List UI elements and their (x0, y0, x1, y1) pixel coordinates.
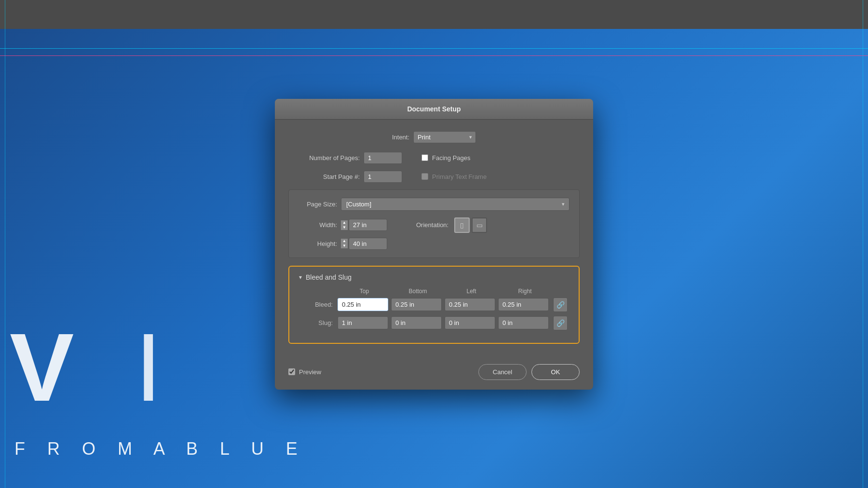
num-pages-row: Number of Pages: Facing Pages (288, 152, 580, 164)
start-page-label: Start Page #: (288, 173, 360, 180)
page-size-select[interactable]: [Custom] Letter A4 Tabloid (341, 198, 570, 211)
bleed-top-input[interactable] (338, 298, 388, 311)
facing-pages-checkbox[interactable] (421, 154, 428, 161)
height-spinner-up[interactable]: ▲ (341, 239, 348, 244)
bleed-chevron-icon[interactable]: ▾ (299, 274, 302, 281)
bleed-col-empty (299, 288, 338, 295)
height-row: Height: ▲ ▼ (298, 238, 570, 250)
bleed-row: Bleed: 🔗 (299, 298, 569, 312)
bleed-link-btn[interactable]: 🔗 (553, 298, 568, 312)
bleed-bottom-input[interactable] (391, 298, 442, 311)
document-setup-dialog: Document Setup Intent: Print Web Mobile … (275, 99, 593, 390)
facing-pages-label: Facing Pages (432, 154, 471, 162)
preview-checkbox[interactable] (288, 368, 295, 375)
bleed-right-input[interactable] (498, 298, 549, 311)
dialog-footer: Preview Cancel OK (275, 362, 593, 390)
primary-text-frame-group: Primary Text Frame (421, 173, 487, 180)
orientation-landscape-btn[interactable]: ▭ (472, 217, 487, 233)
landscape-icon: ▭ (476, 221, 483, 229)
bleed-col-top: Top (338, 288, 391, 295)
width-spinners: ▲ ▼ (341, 220, 348, 230)
portrait-icon: ▯ (460, 221, 464, 229)
width-input[interactable] (349, 219, 387, 231)
page-size-row: Page Size: [Custom] Letter A4 Tabloid (298, 198, 570, 211)
intent-select-wrapper[interactable]: Print Web Mobile (413, 131, 476, 143)
num-pages-input[interactable] (364, 152, 402, 164)
dialog-body: Intent: Print Web Mobile Number of Pages… (275, 120, 593, 362)
height-label: Height: (298, 240, 337, 247)
height-input[interactable] (349, 238, 387, 250)
slug-row-label: Slug: (299, 319, 338, 326)
height-spinner-down[interactable]: ▼ (341, 244, 348, 248)
slug-bottom-input[interactable] (391, 316, 442, 329)
page-size-label: Page Size: (298, 201, 337, 208)
slug-right-input[interactable] (498, 316, 549, 329)
intent-label: Intent: (392, 134, 409, 141)
page-size-section: Page Size: [Custom] Letter A4 Tabloid Wi… (288, 190, 580, 258)
slug-link-btn[interactable]: 🔗 (553, 316, 568, 330)
slug-top-input[interactable] (338, 316, 388, 329)
bleed-left-input[interactable] (445, 298, 495, 311)
num-pages-label: Number of Pages: (288, 154, 360, 162)
preview-label: Preview (299, 368, 321, 376)
height-input-wrapper: ▲ ▼ (341, 238, 387, 250)
slug-row: Slug: 🔗 (299, 316, 569, 330)
dialog-titlebar: Document Setup (275, 99, 593, 120)
width-spinner-up[interactable]: ▲ (341, 220, 348, 225)
width-row: Width: ▲ ▼ Orientation: ▯ (298, 217, 570, 233)
orientation-group: Orientation: ▯ ▭ (416, 217, 489, 233)
orientation-portrait-btn[interactable]: ▯ (454, 217, 470, 233)
width-input-wrapper: ▲ ▼ (341, 219, 387, 231)
slug-left-input[interactable] (445, 316, 495, 329)
start-page-input[interactable] (364, 171, 402, 183)
intent-row: Intent: Print Web Mobile (288, 131, 580, 143)
bleed-col-left: Left (445, 288, 498, 295)
preview-group: Preview (288, 368, 478, 376)
footer-buttons: Cancel OK (478, 364, 580, 380)
width-label: Width: (298, 221, 337, 229)
width-spinner-down[interactable]: ▼ (341, 225, 348, 230)
primary-text-frame-checkbox[interactable] (421, 173, 428, 180)
ok-button[interactable]: OK (531, 364, 580, 380)
intent-select[interactable]: Print Web Mobile (413, 131, 476, 143)
height-spinners: ▲ ▼ (341, 239, 348, 248)
page-size-select-wrapper[interactable]: [Custom] Letter A4 Tabloid (341, 198, 570, 211)
bleed-col-right: Right (498, 288, 552, 295)
facing-pages-group: Facing Pages (421, 154, 471, 162)
bleed-col-link (552, 288, 569, 295)
orientation-label: Orientation: (416, 221, 448, 229)
dialog-overlay: Document Setup Intent: Print Web Mobile … (0, 0, 868, 488)
dialog-title: Document Setup (407, 105, 461, 113)
primary-text-frame-label: Primary Text Frame (432, 173, 487, 180)
bleed-section-header: ▾ Bleed and Slug (299, 273, 569, 281)
bleed-col-headers: Top Bottom Left Right (299, 288, 569, 295)
bleed-section-title: Bleed and Slug (306, 273, 352, 281)
cancel-button[interactable]: Cancel (478, 364, 527, 380)
bleed-slug-section: ▾ Bleed and Slug Top Bottom Left Right B… (288, 266, 580, 344)
start-page-row: Start Page #: Primary Text Frame (288, 171, 580, 183)
bleed-row-label: Bleed: (299, 301, 338, 308)
bleed-col-bottom: Bottom (391, 288, 445, 295)
